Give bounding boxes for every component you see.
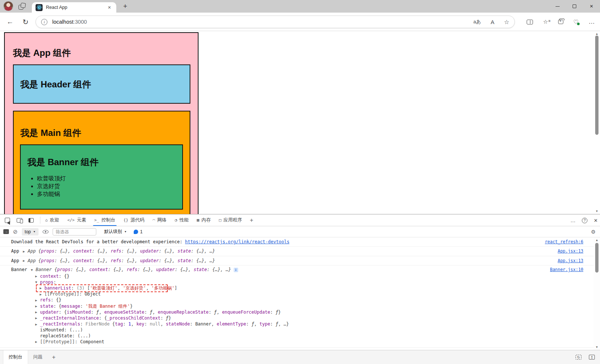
disclosure-arrow-icon[interactable]: ▶ — [23, 249, 28, 254]
log-level-selector[interactable]: 默认级别 ▼ — [104, 228, 127, 235]
source-link[interactable]: App.jsx:13 — [558, 258, 583, 264]
tree-row[interactable]: ▶refs: {} — [0, 297, 594, 303]
devtools-tab-网络[interactable]: ◠网络 — [149, 214, 171, 226]
disclosure-arrow-icon[interactable]: ▶ — [35, 310, 40, 315]
translate-icon[interactable]: aあ — [473, 19, 481, 25]
workspaces-icon[interactable] — [19, 3, 27, 10]
console-scrollbar[interactable]: ▲ ▼ — [594, 237, 600, 350]
source-link[interactable]: react_refresh:6 — [545, 239, 583, 245]
console-text: null — [150, 321, 160, 327]
address-bar[interactable]: i localhost:3000 aあ A ☆ — [36, 16, 515, 28]
devtools-tab-内存[interactable]: ▦内存 — [193, 214, 215, 226]
disclosure-arrow-icon[interactable]: ▶ — [35, 339, 40, 345]
console-text: tag — [115, 321, 123, 327]
console-text: : — [123, 321, 128, 327]
devtools-tab-label: 控制台 — [101, 217, 116, 223]
browser-tab[interactable]: React App ✕ — [32, 2, 116, 13]
devtools-tab-应用程序[interactable]: □应用程序 — [215, 214, 246, 226]
object-preview[interactable]: Banner {props: {…}, context: {…}, refs: … — [36, 267, 231, 272]
back-button[interactable]: ← — [4, 13, 16, 31]
page-scrollbar[interactable]: ▲ ▼ — [594, 31, 600, 214]
more-tabs-button[interactable]: + — [246, 214, 257, 226]
url-text[interactable]: localhost:3000 — [52, 19, 473, 25]
scroll-down-icon[interactable]: ▼ — [594, 210, 600, 213]
inspect-element-button[interactable] — [3, 216, 12, 225]
console-settings-gear-icon[interactable]: ⚙ — [591, 229, 596, 235]
disclosure-arrow-icon[interactable]: ▶ — [40, 292, 44, 298]
device-emulation-button[interactable] — [15, 216, 24, 225]
devtools-help-icon[interactable]: ? — [582, 218, 587, 223]
browser-essentials-icon[interactable]: ♡ — [573, 19, 579, 26]
favorites-bar-icon[interactable]: ☆ — [543, 19, 548, 25]
dock-side-button[interactable] — [27, 216, 36, 225]
devtools-more-icon[interactable]: … — [570, 217, 576, 223]
tree-row[interactable]: ▶[[Prototype]]: Component — [0, 339, 594, 345]
tree-row[interactable]: replaceState: (...) — [0, 333, 594, 339]
context-selector[interactable]: top ▼ — [22, 228, 39, 236]
tree-row[interactable]: ▶context: {} — [0, 274, 594, 280]
drawer-add-button[interactable]: + — [48, 354, 60, 361]
disclosure-arrow-icon[interactable]: ▶ — [35, 315, 40, 321]
tree-row[interactable]: ▶bannerList: (3) ['欧普吸顶灯', '京选好货', '多功能锅… — [0, 285, 594, 291]
drawer-expand-icon[interactable]: ↥ — [589, 355, 595, 360]
drawer-tab-问题[interactable]: 问题 — [28, 350, 48, 364]
console-text: App — [28, 248, 39, 254]
tree-row[interactable]: ▶_reactInternals: FiberNode {tag: 1, key… — [0, 321, 594, 327]
clear-console-icon[interactable]: ⊘ — [13, 228, 18, 235]
console-sidebar-icon[interactable]: → — [3, 229, 9, 234]
scroll-down-icon[interactable]: ▼ — [594, 345, 600, 349]
live-expression-eye-icon[interactable] — [43, 230, 49, 234]
devtools-tab-性能[interactable]: ◔性能 — [171, 214, 193, 226]
disclosure-arrow-icon[interactable]: ▶ — [35, 298, 40, 304]
disclosure-arrow-icon[interactable]: ▶ — [35, 322, 40, 328]
drawer-replay-icon[interactable]: ↻ — [576, 355, 581, 360]
profile-avatar[interactable] — [3, 1, 13, 11]
tree-row[interactable]: isMounted: (...) — [0, 327, 594, 333]
tab-close-icon[interactable]: ✕ — [106, 4, 113, 11]
drawer-tab-控制台[interactable]: 控制台 — [3, 350, 28, 364]
devtools-tab-欢迎[interactable]: ⌂欢迎 — [41, 214, 63, 226]
scroll-up-icon[interactable]: ▲ — [594, 32, 600, 36]
minimize-button[interactable] — [549, 0, 566, 13]
filter-input[interactable] — [53, 228, 96, 236]
scrollbar-thumb[interactable] — [595, 243, 599, 273]
collections-icon[interactable] — [558, 20, 563, 24]
disclosure-arrow-icon[interactable]: ▶ — [35, 274, 40, 280]
close-button[interactable]: ✕ — [583, 0, 600, 13]
object-preview[interactable]: App {props: {…}, context: {…}, refs: {…}… — [28, 258, 215, 263]
maximize-button[interactable] — [566, 0, 583, 13]
settings-more-icon[interactable]: … — [589, 18, 595, 26]
info-badge-icon[interactable]: i — [234, 268, 238, 272]
scroll-up-icon[interactable]: ▲ — [594, 238, 600, 242]
devtools-close-icon[interactable]: ✕ — [594, 218, 598, 223]
console-text: { — [104, 315, 107, 321]
tree-row[interactable]: ▶[[Prototype]]: Object — [0, 291, 594, 297]
site-info-icon[interactable]: i — [41, 19, 47, 25]
issues-counter[interactable]: 1 — [134, 229, 143, 234]
console-text: : {…}, — [121, 248, 140, 254]
console-link[interactable]: https://reactjs.org/link/react-devtools — [185, 239, 290, 244]
tree-row[interactable]: ▶_reactInternalInstance: {_processChildC… — [0, 315, 594, 321]
disclosure-arrow-icon[interactable]: ▶ — [35, 304, 40, 310]
source-link[interactable]: App.jsx:13 — [558, 248, 583, 254]
device-icon — [17, 218, 22, 223]
app-component-title: 我是 App 组件 — [13, 47, 71, 59]
scrollbar-thumb[interactable] — [595, 36, 599, 135]
new-tab-button[interactable]: + — [121, 2, 130, 11]
tree-row[interactable]: ▶state: {message: '我是 Banner 组件'} — [0, 304, 594, 310]
disclosure-arrow-icon[interactable]: ▶ — [23, 258, 28, 264]
refresh-button[interactable]: ↻ — [19, 13, 32, 31]
tree-row[interactable]: ▶updater: {isMounted: ƒ, enqueueSetState… — [0, 310, 594, 315]
devtools-tab-icon: </> — [67, 218, 75, 223]
source-link[interactable]: Banner.jsx:10 — [550, 267, 583, 273]
split-screen-icon[interactable] — [527, 20, 533, 24]
read-aloud-icon[interactable]: A — [491, 19, 494, 25]
object-preview[interactable]: App {props: {…}, context: {…}, refs: {…}… — [28, 248, 215, 254]
favorite-star-icon[interactable]: ☆ — [504, 19, 509, 26]
issues-bubble-icon — [134, 230, 138, 234]
devtools-tab-源代码[interactable]: {}源代码 — [119, 214, 149, 226]
disclosure-arrow-icon[interactable]: ▼ — [31, 267, 36, 273]
devtools-tab-元素[interactable]: </>元素 — [63, 214, 90, 226]
devtools-tab-控制台[interactable]: >_控制台 — [90, 214, 120, 226]
console-text: [[Prototype]] — [40, 339, 75, 344]
